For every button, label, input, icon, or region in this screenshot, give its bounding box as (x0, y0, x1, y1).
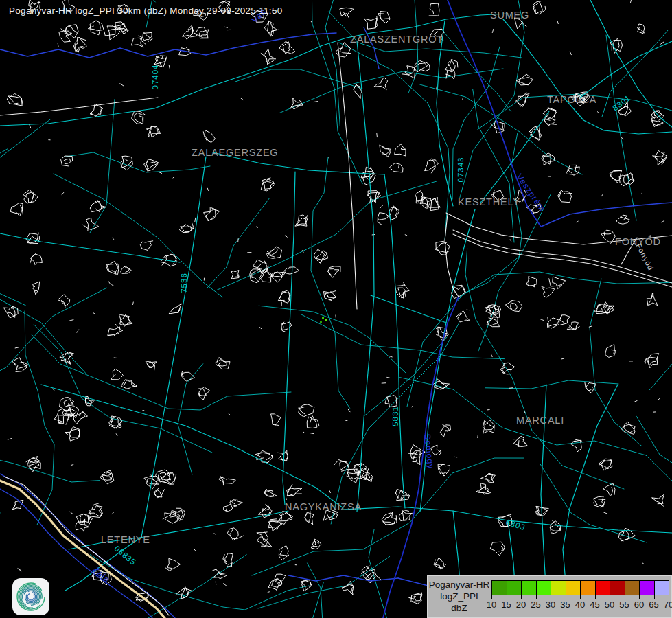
legend-site-label: Poganyvar-HR (429, 579, 490, 591)
settlement-scribbles-line (195, 218, 196, 222)
legend-tick-mark (669, 595, 669, 599)
settlement-scribbles-line (62, 192, 64, 194)
settlement-scribbles-line (642, 192, 642, 194)
settlement-scribbles-line (529, 126, 542, 141)
settlement-scribbles-line (597, 112, 599, 113)
settlement-scribbles-line (505, 301, 522, 312)
legend-color-cell (580, 580, 596, 595)
major-road-network-line (590, 0, 672, 127)
settlement-scribbles-line (621, 137, 623, 140)
settlement-scribbles-line (8, 438, 12, 439)
minor-road-network-line (0, 423, 100, 482)
settlement-scribbles-line (241, 98, 244, 100)
road-number-label: 07343 (456, 157, 465, 183)
settlement-scribbles-line (108, 324, 123, 336)
settlement-scribbles-line (603, 483, 615, 496)
city-label: TAPOLCA (547, 94, 596, 105)
hungaromet-logo (12, 577, 50, 616)
settlement-scribbles-line (513, 436, 528, 446)
settlement-scribbles-line (476, 483, 491, 494)
settlement-scribbles-line (389, 206, 399, 220)
settlement-scribbles-line (585, 382, 596, 393)
settlement-scribbles-line (169, 65, 170, 68)
road-number-label: 06835 (113, 544, 138, 566)
major-road-network-line (357, 41, 374, 512)
county-label: Somogy (422, 433, 435, 470)
settlement-scribbles-line (83, 218, 99, 230)
settlement-scribbles-line (610, 38, 623, 54)
settlement-scribbles-line (311, 539, 321, 549)
settlement-scribbles-line (425, 159, 439, 173)
minor-road-network-line (178, 364, 203, 474)
settlement-scribbles-line (77, 330, 79, 332)
settlement-scribbles-line (212, 569, 227, 579)
settlement-scribbles-line (70, 320, 73, 321)
settlement-scribbles-line (516, 93, 530, 107)
settlement-scribbles-line (119, 314, 132, 326)
settlement-scribbles-line (223, 553, 233, 566)
settlement-scribbles-line (260, 327, 262, 328)
minor-road-network-line (590, 279, 642, 446)
legend-color-cell (595, 580, 611, 595)
legend-tick-mark (580, 595, 581, 599)
city-label: NAGYKANIZSA (285, 501, 362, 512)
settlement-scribbles-line (438, 464, 450, 476)
major-road-network-line (283, 172, 295, 505)
major-road-network-line (384, 174, 405, 508)
settlement-scribbles-line (286, 236, 287, 237)
settlement-scribbles-line (378, 213, 389, 225)
settlement-scribbles-line (154, 488, 164, 497)
settlement-scribbles-line (53, 389, 54, 391)
settlement-scribbles-line (658, 398, 660, 400)
settlement-scribbles-line (409, 593, 422, 604)
settlement-scribbles-line (610, 170, 622, 183)
minor-road-network-line (0, 0, 155, 2)
settlement-scribbles-line (204, 207, 220, 220)
settlement-scribbles-line (214, 534, 216, 535)
map-labels: ZALASZENTGRÓTSÜMEGTAPOLCAZALAEGERSZEGKES… (91, 7, 660, 585)
legend-color-cell (551, 580, 566, 595)
settlement-scribbles-line (399, 510, 413, 521)
settlement-scribbles-line (61, 156, 73, 166)
minor-road-network-line (311, 157, 350, 408)
legend-tick-mark (610, 595, 610, 599)
settlement-scribbles-line (302, 431, 305, 433)
minor-road-network-line (407, 194, 551, 407)
settlement-scribbles-line (261, 178, 275, 191)
minor-road-network-line (95, 555, 246, 618)
settlement-scribbles-line (631, 0, 632, 3)
settlement-scribbles-line (18, 569, 21, 571)
minor-road-network-line (301, 314, 505, 359)
settlement-scribbles-line (377, 133, 378, 137)
settlement-scribbles-line (599, 459, 612, 470)
settlement-scribbles-line (414, 60, 430, 72)
settlement-scribbles-line (662, 220, 664, 222)
minor-road-network-line (369, 529, 392, 618)
settlement-scribbles-line (111, 369, 123, 380)
settlement-scribbles-line (604, 512, 607, 514)
settlement-scribbles-line (146, 361, 157, 370)
settlement-scribbles-line (516, 74, 533, 85)
legend-tick-mark (521, 595, 522, 599)
settlement-scribbles-line (364, 16, 378, 29)
settlement-scribbles-line (112, 285, 114, 286)
settlement-scribbles-line (194, 549, 196, 551)
minor-road-network (0, 0, 672, 618)
settlement-scribbles-line (225, 27, 228, 27)
settlement-scribbles-line (380, 145, 391, 157)
settlement-scribbles-line (619, 173, 634, 186)
settlement-scribbles-line (395, 144, 406, 156)
settlement-scribbles-line (264, 490, 277, 497)
settlement-scribbles-line (647, 293, 658, 306)
settlement-scribbles-line (198, 387, 210, 400)
settlement-scribbles-line (533, 1, 546, 14)
legend-tick-mark (625, 595, 625, 599)
minor-road-network-line (279, 69, 503, 113)
settlement-scribbles-line (559, 315, 570, 325)
settlement-scribbles-line (231, 271, 240, 279)
settlement-scribbles-line (23, 190, 38, 203)
settlement-scribbles-line (7, 94, 23, 106)
settlement-scribbles-line (589, 326, 592, 327)
settlement-scribbles-line (440, 424, 450, 437)
minor-road-network-line (457, 272, 672, 299)
